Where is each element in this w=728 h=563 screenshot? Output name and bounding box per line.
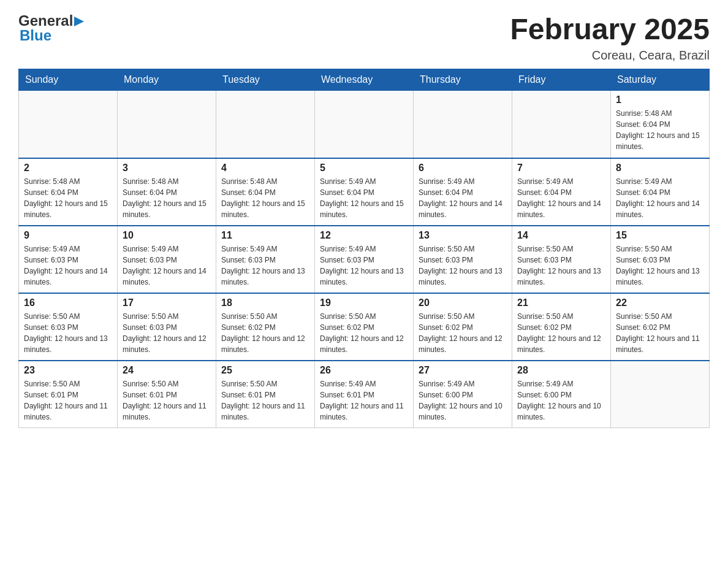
- day-info: Sunrise: 5:49 AMSunset: 6:00 PMDaylight:…: [517, 378, 605, 423]
- day-number: 1: [616, 94, 704, 105]
- day-info: Sunrise: 5:48 AMSunset: 6:04 PMDaylight:…: [24, 176, 112, 220]
- day-number: 15: [616, 230, 704, 241]
- calendar-subtitle: Coreau, Ceara, Brazil: [510, 48, 710, 63]
- day-info: Sunrise: 5:50 AMSunset: 6:03 PMDaylight:…: [24, 311, 112, 355]
- day-number: 19: [320, 297, 408, 308]
- day-info: Sunrise: 5:48 AMSunset: 6:04 PMDaylight:…: [616, 108, 704, 152]
- day-info: Sunrise: 5:49 AMSunset: 6:04 PMDaylight:…: [419, 176, 507, 220]
- calendar-day-cell: 9Sunrise: 5:49 AMSunset: 6:03 PMDaylight…: [19, 226, 118, 293]
- day-number: 14: [517, 230, 605, 241]
- day-number: 11: [221, 230, 309, 241]
- calendar-week-row: 23Sunrise: 5:50 AMSunset: 6:01 PMDayligh…: [19, 361, 710, 428]
- calendar-day-cell: 23Sunrise: 5:50 AMSunset: 6:01 PMDayligh…: [19, 361, 118, 428]
- calendar-day-cell: 22Sunrise: 5:50 AMSunset: 6:02 PMDayligh…: [611, 293, 710, 361]
- day-number: 7: [517, 163, 605, 174]
- day-number: 12: [320, 230, 408, 241]
- day-number: 2: [24, 163, 112, 174]
- day-number: 16: [24, 297, 112, 308]
- calendar-day-cell: 4Sunrise: 5:48 AMSunset: 6:04 PMDaylight…: [216, 158, 315, 226]
- calendar-day-cell: 26Sunrise: 5:49 AMSunset: 6:01 PMDayligh…: [315, 361, 414, 428]
- calendar-day-cell: [315, 91, 414, 158]
- day-number: 9: [24, 230, 112, 241]
- day-info: Sunrise: 5:50 AMSunset: 6:03 PMDaylight:…: [419, 243, 507, 288]
- calendar-day-cell: 7Sunrise: 5:49 AMSunset: 6:04 PMDaylight…: [512, 158, 611, 226]
- day-number: 6: [419, 163, 507, 174]
- calendar-day-cell: 18Sunrise: 5:50 AMSunset: 6:02 PMDayligh…: [216, 293, 315, 361]
- day-number: 5: [320, 163, 408, 174]
- day-number: 24: [123, 365, 211, 376]
- day-number: 3: [123, 163, 211, 174]
- day-number: 18: [221, 297, 309, 308]
- day-number: 28: [517, 365, 605, 376]
- day-number: 21: [517, 297, 605, 308]
- calendar-day-cell: 10Sunrise: 5:49 AMSunset: 6:03 PMDayligh…: [118, 226, 216, 293]
- weekday-header-monday: Monday: [118, 69, 216, 91]
- day-number: 27: [419, 365, 507, 376]
- day-info: Sunrise: 5:50 AMSunset: 6:01 PMDaylight:…: [221, 378, 309, 423]
- day-info: Sunrise: 5:49 AMSunset: 6:04 PMDaylight:…: [616, 176, 704, 220]
- calendar-day-cell: 8Sunrise: 5:49 AMSunset: 6:04 PMDaylight…: [611, 158, 710, 226]
- calendar-day-cell: [414, 91, 512, 158]
- calendar-day-cell: 6Sunrise: 5:49 AMSunset: 6:04 PMDaylight…: [414, 158, 512, 226]
- calendar-week-row: 1Sunrise: 5:48 AMSunset: 6:04 PMDaylight…: [19, 91, 710, 158]
- day-number: 8: [616, 163, 704, 174]
- weekday-header-thursday: Thursday: [414, 69, 512, 91]
- calendar-day-cell: 13Sunrise: 5:50 AMSunset: 6:03 PMDayligh…: [414, 226, 512, 293]
- day-info: Sunrise: 5:50 AMSunset: 6:02 PMDaylight:…: [221, 311, 309, 355]
- day-info: Sunrise: 5:49 AMSunset: 6:04 PMDaylight:…: [517, 176, 605, 220]
- day-info: Sunrise: 5:50 AMSunset: 6:02 PMDaylight:…: [517, 311, 605, 355]
- calendar-day-cell: 15Sunrise: 5:50 AMSunset: 6:03 PMDayligh…: [611, 226, 710, 293]
- weekday-header-tuesday: Tuesday: [216, 69, 315, 91]
- day-info: Sunrise: 5:49 AMSunset: 6:03 PMDaylight:…: [320, 243, 408, 288]
- calendar-header-row: SundayMondayTuesdayWednesdayThursdayFrid…: [19, 69, 710, 91]
- calendar-day-cell: 20Sunrise: 5:50 AMSunset: 6:02 PMDayligh…: [414, 293, 512, 361]
- day-info: Sunrise: 5:49 AMSunset: 6:03 PMDaylight:…: [221, 243, 309, 288]
- calendar-day-cell: [611, 361, 710, 428]
- calendar-day-cell: 21Sunrise: 5:50 AMSunset: 6:02 PMDayligh…: [512, 293, 611, 361]
- day-info: Sunrise: 5:49 AMSunset: 6:04 PMDaylight:…: [320, 176, 408, 220]
- day-info: Sunrise: 5:50 AMSunset: 6:03 PMDaylight:…: [123, 311, 211, 355]
- day-info: Sunrise: 5:50 AMSunset: 6:02 PMDaylight:…: [320, 311, 408, 355]
- calendar-day-cell: 12Sunrise: 5:49 AMSunset: 6:03 PMDayligh…: [315, 226, 414, 293]
- calendar-week-row: 16Sunrise: 5:50 AMSunset: 6:03 PMDayligh…: [19, 293, 710, 361]
- day-info: Sunrise: 5:50 AMSunset: 6:03 PMDaylight:…: [517, 243, 605, 288]
- title-section: February 2025 Coreau, Ceara, Brazil: [510, 12, 710, 63]
- day-number: 23: [24, 365, 112, 376]
- calendar-day-cell: 28Sunrise: 5:49 AMSunset: 6:00 PMDayligh…: [512, 361, 611, 428]
- day-info: Sunrise: 5:48 AMSunset: 6:04 PMDaylight:…: [123, 176, 211, 220]
- calendar-day-cell: 1Sunrise: 5:48 AMSunset: 6:04 PMDaylight…: [611, 91, 710, 158]
- day-info: Sunrise: 5:50 AMSunset: 6:01 PMDaylight:…: [123, 378, 211, 423]
- calendar-day-cell: [512, 91, 611, 158]
- calendar-week-row: 2Sunrise: 5:48 AMSunset: 6:04 PMDaylight…: [19, 158, 710, 226]
- weekday-header-wednesday: Wednesday: [315, 69, 414, 91]
- calendar-day-cell: [19, 91, 118, 158]
- day-number: 22: [616, 297, 704, 308]
- day-number: 10: [123, 230, 211, 241]
- calendar-table: SundayMondayTuesdayWednesdayThursdayFrid…: [18, 69, 710, 428]
- day-info: Sunrise: 5:49 AMSunset: 6:00 PMDaylight:…: [419, 378, 507, 423]
- day-info: Sunrise: 5:50 AMSunset: 6:02 PMDaylight:…: [419, 311, 507, 355]
- day-number: 25: [221, 365, 309, 376]
- day-info: Sunrise: 5:50 AMSunset: 6:03 PMDaylight:…: [616, 243, 704, 288]
- day-info: Sunrise: 5:50 AMSunset: 6:02 PMDaylight:…: [616, 311, 704, 355]
- day-info: Sunrise: 5:50 AMSunset: 6:01 PMDaylight:…: [24, 378, 112, 423]
- day-info: Sunrise: 5:49 AMSunset: 6:03 PMDaylight:…: [24, 243, 112, 288]
- day-info: Sunrise: 5:48 AMSunset: 6:04 PMDaylight:…: [221, 176, 309, 220]
- weekday-header-sunday: Sunday: [19, 69, 118, 91]
- calendar-day-cell: [216, 91, 315, 158]
- day-number: 13: [419, 230, 507, 241]
- logo-blue-text: Blue: [20, 27, 51, 44]
- calendar-day-cell: 24Sunrise: 5:50 AMSunset: 6:01 PMDayligh…: [118, 361, 216, 428]
- calendar-day-cell: 5Sunrise: 5:49 AMSunset: 6:04 PMDaylight…: [315, 158, 414, 226]
- calendar-day-cell: 16Sunrise: 5:50 AMSunset: 6:03 PMDayligh…: [19, 293, 118, 361]
- calendar-day-cell: [118, 91, 216, 158]
- calendar-day-cell: 14Sunrise: 5:50 AMSunset: 6:03 PMDayligh…: [512, 226, 611, 293]
- logo-arrow-icon: [74, 17, 84, 26]
- day-number: 4: [221, 163, 309, 174]
- calendar-day-cell: 27Sunrise: 5:49 AMSunset: 6:00 PMDayligh…: [414, 361, 512, 428]
- day-info: Sunrise: 5:49 AMSunset: 6:01 PMDaylight:…: [320, 378, 408, 423]
- calendar-title: February 2025: [510, 12, 710, 46]
- day-number: 17: [123, 297, 211, 308]
- day-number: 26: [320, 365, 408, 376]
- calendar-day-cell: 11Sunrise: 5:49 AMSunset: 6:03 PMDayligh…: [216, 226, 315, 293]
